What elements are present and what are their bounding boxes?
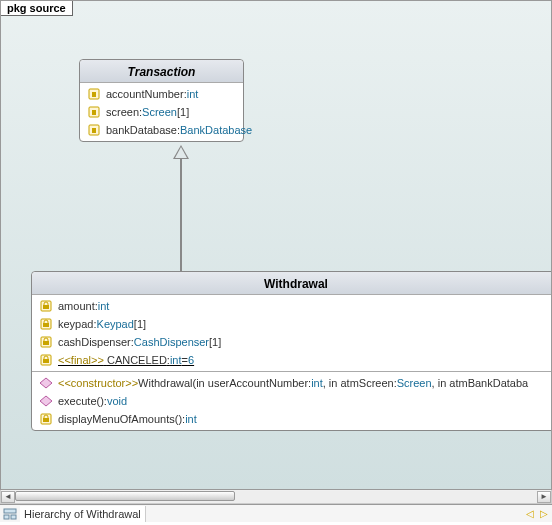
bottom-tab-label[interactable]: Hierarchy of Withdrawal (20, 506, 146, 522)
op-row[interactable]: displayMenuOfAmounts():int (32, 410, 552, 428)
svg-rect-20 (11, 515, 16, 519)
public-op-icon (38, 376, 54, 390)
attr-row[interactable]: accountNumber:int (80, 85, 243, 103)
attr-name: screen (106, 106, 139, 118)
svg-rect-1 (92, 92, 96, 97)
scroll-track[interactable] (15, 491, 537, 503)
attr-type: int (98, 300, 110, 312)
op-name: displayMenuOfAmounts() (58, 413, 182, 425)
attr-name: CANCELED (107, 354, 167, 366)
class-transaction[interactable]: Transaction accountNumber:int screen:Scr… (79, 59, 244, 142)
attr-name: bankDatabase (106, 124, 177, 136)
bottom-tab-bar: Hierarchy of Withdrawal ◁ ▷ (0, 504, 552, 522)
public-op-icon (38, 394, 54, 408)
svg-marker-15 (40, 396, 52, 406)
svg-rect-5 (92, 128, 96, 133)
attr-type: int (170, 354, 182, 366)
protected-icon (86, 123, 102, 137)
attr-type: Keypad (97, 318, 134, 330)
svg-rect-7 (43, 305, 49, 309)
op-ret: int (185, 413, 197, 425)
attr-mult: [1] (134, 318, 146, 330)
class-title-withdrawal: Withdrawal (32, 272, 552, 295)
class-attrs-withdrawal: amount:int keypad:Keypad[1] cashDispense… (32, 295, 552, 371)
attr-type: BankDatabase (180, 124, 252, 136)
attr-row[interactable]: amount:int (32, 297, 552, 315)
private-op-icon (38, 412, 54, 426)
attr-type: int (187, 88, 199, 100)
package-label: pkg source (1, 1, 73, 16)
scroll-left-button[interactable]: ◄ (1, 491, 15, 503)
attr-name: accountNumber (106, 88, 184, 100)
diagram-tab-icon (3, 507, 17, 521)
class-title-transaction: Transaction (80, 60, 243, 83)
attr-row[interactable]: bankDatabase:BankDatabase (80, 121, 243, 139)
op-row[interactable]: <<constructor>> Withdrawal(in userAccoun… (32, 374, 552, 392)
svg-marker-14 (40, 378, 52, 388)
diagram-canvas-container: pkg source Transaction accountNumber:int… (0, 0, 552, 490)
attr-stereo: <<final>> (58, 354, 104, 366)
inheritance-line[interactable] (180, 159, 182, 271)
svg-rect-17 (43, 418, 49, 422)
protected-icon (86, 87, 102, 101)
svg-rect-11 (43, 341, 49, 345)
scroll-thumb[interactable] (15, 491, 235, 501)
diagram-canvas[interactable]: pkg source Transaction accountNumber:int… (1, 1, 551, 489)
private-icon (38, 335, 54, 349)
op-name: execute() (58, 395, 104, 407)
class-attrs-transaction: accountNumber:int screen:Screen[1] bankD… (80, 83, 243, 141)
attr-type: CashDispenser (134, 336, 209, 348)
attr-name: amount (58, 300, 95, 312)
op-ret: void (107, 395, 127, 407)
op-sig: Withdrawal(in userAccountNumber: (138, 377, 311, 389)
class-withdrawal[interactable]: Withdrawal amount:int keypad:Keypad[1] c… (31, 271, 552, 431)
svg-rect-19 (4, 515, 9, 519)
attr-row[interactable]: cashDispenser:CashDispenser[1] (32, 333, 552, 351)
tab-next-icon[interactable]: ▷ (540, 508, 550, 519)
svg-rect-18 (4, 509, 16, 513)
attr-value: 6 (188, 354, 194, 366)
class-ops-withdrawal: <<constructor>> Withdrawal(in userAccoun… (32, 371, 552, 430)
tab-prev-icon[interactable]: ◁ (526, 508, 536, 519)
horizontal-scrollbar[interactable]: ◄ ► (0, 490, 552, 504)
private-icon (38, 299, 54, 313)
svg-rect-13 (43, 359, 49, 363)
attr-name: keypad (58, 318, 93, 330)
attr-type: Screen (142, 106, 177, 118)
inheritance-arrowhead (173, 145, 189, 159)
scroll-right-button[interactable]: ► (537, 491, 551, 503)
attr-mult: [1] (209, 336, 221, 348)
attr-row[interactable]: <<final>> CANCELED:int=6 (32, 351, 552, 369)
protected-icon (86, 105, 102, 119)
op-row[interactable]: execute():void (32, 392, 552, 410)
op-stereo: <<constructor>> (58, 377, 138, 389)
svg-rect-3 (92, 110, 96, 115)
svg-rect-9 (43, 323, 49, 327)
attr-row[interactable]: keypad:Keypad[1] (32, 315, 552, 333)
attr-row[interactable]: screen:Screen[1] (80, 103, 243, 121)
private-icon (38, 317, 54, 331)
private-icon (38, 353, 54, 367)
attr-mult: [1] (177, 106, 189, 118)
attr-name: cashDispenser (58, 336, 131, 348)
